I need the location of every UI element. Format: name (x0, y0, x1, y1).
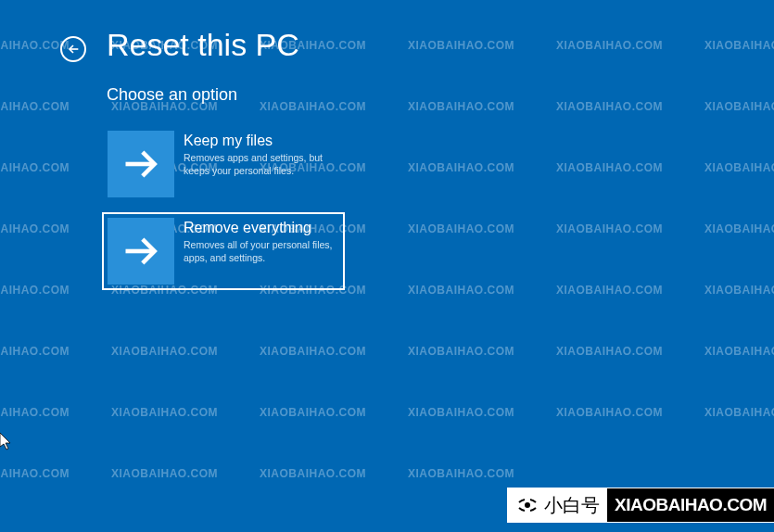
watermark: XIAOBAIHAO.COM (704, 39, 774, 52)
watermark: XIAOBAIHAO.COM (408, 467, 514, 480)
watermark: XIAOBAIHAO.COM (260, 406, 366, 419)
watermark: XIAOBAIHAO.COM (0, 467, 70, 480)
watermark: XIAOBAIHAO.COM (0, 100, 70, 113)
option-text: Remove everything Removes all of your pe… (174, 218, 339, 264)
watermark: XIAOBAIHAO.COM (556, 161, 663, 174)
watermark: XIAOBAIHAO.COM (704, 284, 774, 297)
watermark: XIAOBAIHAO.COM (408, 161, 514, 174)
watermark: XIAOBAIHAO.COM (0, 345, 70, 358)
options-container: Keep my files Removes apps and settings,… (102, 125, 345, 299)
watermark: XIAOBAIHAO.COM (556, 222, 663, 235)
watermark: XIAOBAIHAO.COM (556, 406, 663, 419)
arrow-right-icon (108, 218, 174, 285)
watermark: XIAOBAIHAO.COM (408, 345, 514, 358)
branding-banner: 小白号 XIAOBAIHAO.COM (507, 488, 774, 523)
watermark: XIAOBAIHAO.COM (111, 467, 218, 480)
watermark: XIAOBAIHAO.COM (704, 406, 774, 419)
watermark: XIAOBAIHAO.COM (704, 161, 774, 174)
back-button[interactable] (60, 36, 86, 62)
watermark: XIAOBAIHAO.COM (0, 222, 70, 235)
watermark: XIAOBAIHAO.COM (408, 406, 514, 419)
watermark: XIAOBAIHAO.COM (408, 284, 514, 297)
mouse-cursor-icon (0, 433, 13, 455)
watermark: XIAOBAIHAO.COM (556, 345, 663, 358)
watermark: XIAOBAIHAO.COM (0, 406, 70, 419)
option-title: Remove everything (184, 220, 339, 236)
watermark: XIAOBAIHAO.COM (704, 345, 774, 358)
svg-point-3 (526, 503, 529, 507)
option-description: Removes apps and settings, but keeps you… (184, 152, 339, 177)
watermark: XIAOBAIHAO.COM (0, 39, 70, 52)
back-arrow-icon (66, 42, 81, 57)
wifi-icon (516, 494, 539, 516)
watermark: XIAOBAIHAO.COM (111, 345, 218, 358)
watermark: XIAOBAIHAO.COM (704, 222, 774, 235)
watermark: XIAOBAIHAO.COM (556, 39, 663, 52)
watermark: XIAOBAIHAO.COM (556, 284, 663, 297)
subtitle: Choose an option (107, 85, 237, 105)
watermark: XIAOBAIHAO.COM (704, 100, 774, 113)
page-title: Reset this PC (107, 27, 299, 63)
watermark: XIAOBAIHAO.COM (556, 100, 663, 113)
arrow-right-icon (108, 131, 174, 197)
watermark: XIAOBAIHAO.COM (408, 222, 514, 235)
option-text: Keep my files Removes apps and settings,… (174, 131, 339, 177)
watermark: XIAOBAIHAO.COM (0, 284, 70, 297)
watermark: XIAOBAIHAO.COM (0, 161, 70, 174)
watermark: XIAOBAIHAO.COM (260, 467, 366, 480)
watermark: XIAOBAIHAO.COM (408, 100, 514, 113)
option-title: Keep my files (184, 133, 339, 149)
option-description: Removes all of your personal files, apps… (184, 239, 339, 264)
option-keep-my-files[interactable]: Keep my files Removes apps and settings,… (102, 125, 345, 203)
watermark: XIAOBAIHAO.COM (260, 345, 366, 358)
banner-domain-text: XIAOBAIHAO.COM (607, 488, 774, 522)
watermark: XIAOBAIHAO.COM (408, 39, 514, 52)
watermark: XIAOBAIHAO.COM (111, 406, 218, 419)
banner-chinese-text: 小白号 (544, 493, 600, 518)
option-remove-everything[interactable]: Remove everything Removes all of your pe… (102, 212, 345, 290)
watermark: XIAOBAIHAO.COM (260, 100, 366, 113)
